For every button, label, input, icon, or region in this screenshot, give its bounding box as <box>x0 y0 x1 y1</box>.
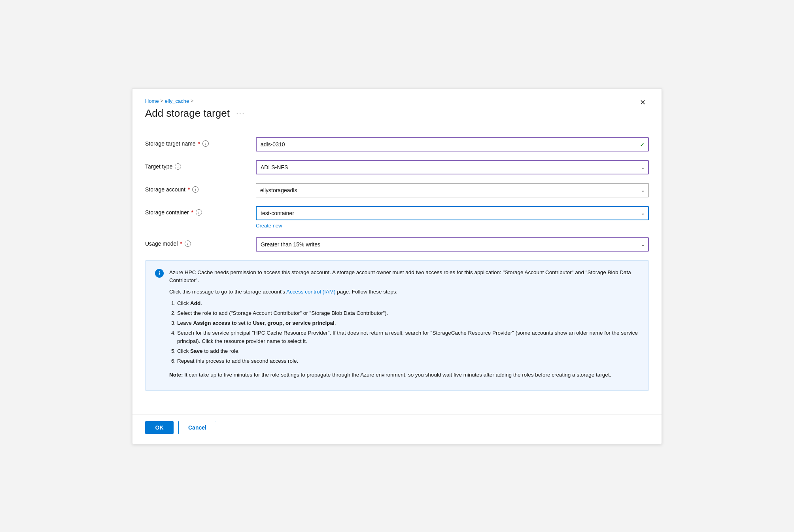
dialog-body: Storage target name * i ✓ Target type i <box>132 126 662 414</box>
storage-target-name-label: Storage target name * i <box>145 137 256 147</box>
usage-model-row: Usage model * i Greater than 15% writes … <box>145 237 649 252</box>
storage-account-info-icon[interactable]: i <box>192 186 198 193</box>
storage-container-control: test-container ⌄ Create new <box>256 206 649 229</box>
breadcrumb-sep1: > <box>161 98 163 104</box>
info-step-4: Search for the service principal "HPC Ca… <box>177 329 639 346</box>
storage-container-label: Storage container * i <box>145 206 256 216</box>
iam-link[interactable]: Access control (IAM) <box>286 289 336 295</box>
info-step-5: Click Save to add the role. <box>177 347 639 356</box>
info-click-instruction: Click this message to go to the storage … <box>169 288 639 296</box>
storage-account-label: Storage account * i <box>145 183 256 193</box>
usage-model-select[interactable]: Greater than 15% writes Read heavy, infr… <box>256 237 649 252</box>
info-note: Note: It can take up to five minutes for… <box>169 371 639 379</box>
info-step-6: Repeat this process to add the second ac… <box>177 357 639 365</box>
storage-target-name-input[interactable] <box>256 137 649 151</box>
target-type-row: Target type i ADLS-NFS NFS Blob NFS ⌄ <box>145 160 649 174</box>
target-type-select-wrap: ADLS-NFS NFS Blob NFS ⌄ <box>256 160 649 174</box>
header-left: Home > elly_cache > Add storage target ·… <box>145 98 245 119</box>
info-box-content: Azure HPC Cache needs permission to acce… <box>169 269 639 382</box>
storage-account-row: Storage account * i ellystorageadls ⌄ <box>145 183 649 197</box>
validation-check-icon: ✓ <box>640 140 645 148</box>
target-type-select[interactable]: ADLS-NFS NFS Blob NFS <box>256 160 649 174</box>
breadcrumb-home[interactable]: Home <box>145 98 159 104</box>
usage-model-label: Usage model * i <box>145 237 256 247</box>
usage-model-select-wrap: Greater than 15% writes Read heavy, infr… <box>256 237 649 252</box>
storage-container-select-wrap: test-container ⌄ <box>256 206 649 220</box>
more-options-icon[interactable]: ··· <box>236 109 245 118</box>
usage-model-control: Greater than 15% writes Read heavy, infr… <box>256 237 649 252</box>
dialog-header: Home > elly_cache > Add storage target ·… <box>132 89 662 126</box>
info-step-1: Click Add. <box>177 299 639 308</box>
info-box-icon: i <box>155 269 164 278</box>
storage-target-name-control: ✓ <box>256 137 649 151</box>
storage-container-select[interactable]: test-container <box>256 206 649 220</box>
required-star: * <box>198 140 200 147</box>
usage-model-info-icon[interactable]: i <box>185 240 191 247</box>
breadcrumb-sep2: > <box>191 98 193 104</box>
add-storage-target-dialog: Home > elly_cache > Add storage target ·… <box>132 88 662 444</box>
breadcrumb: Home > elly_cache > <box>145 98 245 104</box>
storage-account-control: ellystorageadls ⌄ <box>256 183 649 197</box>
close-button[interactable]: ✕ <box>637 97 649 108</box>
info-box[interactable]: i Azure HPC Cache needs permission to ac… <box>145 260 649 391</box>
info-intro: Azure HPC Cache needs permission to acce… <box>169 269 639 285</box>
target-type-info-icon[interactable]: i <box>175 163 181 170</box>
dialog-footer: OK Cancel <box>132 414 662 444</box>
info-step-2: Select the role to add ("Storage Account… <box>177 309 639 318</box>
required-star-2: * <box>188 186 190 193</box>
create-new-link[interactable]: Create new <box>256 223 649 229</box>
storage-target-name-input-wrap: ✓ <box>256 137 649 151</box>
info-step-3: Leave Assign access to set to User, grou… <box>177 319 639 328</box>
cancel-button[interactable]: Cancel <box>178 421 216 434</box>
title-row: Add storage target ··· <box>145 107 245 119</box>
info-steps-list: Click Add. Select the role to add ("Stor… <box>177 299 639 365</box>
breadcrumb-cache[interactable]: elly_cache <box>165 98 189 104</box>
storage-target-name-info-icon[interactable]: i <box>202 140 209 147</box>
storage-account-select[interactable]: ellystorageadls <box>256 183 649 197</box>
storage-container-info-icon[interactable]: i <box>196 209 202 216</box>
target-type-control: ADLS-NFS NFS Blob NFS ⌄ <box>256 160 649 174</box>
required-star-4: * <box>180 240 182 247</box>
dialog-title: Add storage target <box>145 107 230 119</box>
storage-account-select-wrap: ellystorageadls ⌄ <box>256 183 649 197</box>
ok-button[interactable]: OK <box>145 421 174 434</box>
storage-target-name-row: Storage target name * i ✓ <box>145 137 649 151</box>
target-type-label: Target type i <box>145 160 256 170</box>
storage-container-row: Storage container * i test-container ⌄ C… <box>145 206 649 229</box>
required-star-3: * <box>191 209 193 216</box>
